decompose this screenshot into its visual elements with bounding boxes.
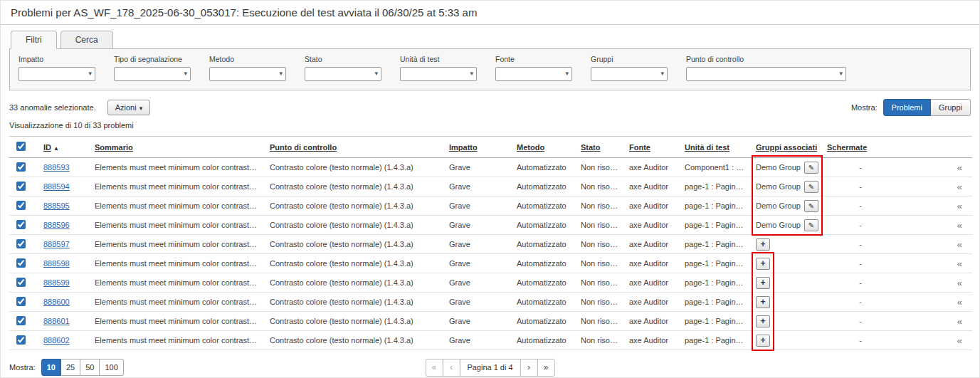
collapse-columns-icon[interactable]: « (957, 239, 962, 250)
column-header-punto-di-controllo[interactable]: Punto di controllo (264, 137, 443, 158)
issue-stato: Non risolto (575, 158, 623, 177)
filter-select-punto-di-controllo[interactable]: ▾ (686, 67, 846, 81)
collapse-columns-icon[interactable]: « (957, 201, 962, 211)
issue-sommario: Elements must meet minimum color contras… (89, 273, 264, 293)
page-size-10-button[interactable]: 10 (41, 359, 61, 376)
add-group-button[interactable]: + (756, 238, 770, 251)
issue-id-link[interactable]: 888594 (43, 182, 70, 191)
issue-stato: Non risolto (575, 216, 623, 235)
issue-sommario: Elements must meet minimum color contras… (89, 254, 264, 273)
collapse-columns-icon[interactable]: « (957, 220, 962, 231)
collapse-columns-icon[interactable]: « (957, 335, 962, 346)
edit-group-button[interactable]: ✎ (804, 219, 818, 231)
collapse-columns-icon[interactable]: « (957, 297, 962, 308)
issue-id-link[interactable]: 888593 (43, 163, 70, 172)
plus-icon: + (760, 335, 765, 345)
issue-id-link[interactable]: 888602 (43, 336, 70, 345)
row-checkbox[interactable] (16, 182, 26, 191)
row-checkbox[interactable] (16, 316, 26, 325)
pencil-icon: ✎ (808, 221, 814, 229)
pencil-icon: ✎ (808, 183, 814, 191)
page-size-50-button[interactable]: 50 (80, 359, 100, 376)
collapse-columns-icon[interactable]: « (957, 278, 962, 288)
tab-filtri[interactable]: Filtri (11, 31, 57, 49)
issue-id-link[interactable]: 888601 (43, 317, 70, 325)
filter-select-impatto[interactable]: ▾ (19, 67, 95, 81)
row-checkbox[interactable] (16, 258, 26, 268)
add-group-button[interactable]: + (756, 277, 770, 289)
actions-button[interactable]: Azioni▾ (107, 100, 151, 115)
collapse-columns-icon[interactable]: « (957, 316, 962, 327)
next-page-button[interactable]: › (520, 359, 538, 377)
row-checkbox[interactable] (16, 297, 26, 306)
issue-id-link[interactable]: 888599 (43, 278, 70, 287)
filter-select-fonte[interactable]: ▾ (495, 67, 572, 81)
edit-group-button[interactable]: ✎ (804, 200, 818, 212)
select-all-checkbox[interactable] (16, 142, 26, 151)
column-header-impatto[interactable]: Impatto (443, 137, 511, 158)
filter-select-gruppi[interactable]: ▾ (591, 67, 668, 81)
column-header-collapse (900, 137, 972, 158)
plus-icon: + (760, 297, 765, 307)
column-header-schermate[interactable]: Schermate (821, 137, 900, 158)
column-header-unita-di-test[interactable]: Unità di test (679, 137, 750, 158)
view-gruppi-button[interactable]: Gruppi (931, 99, 971, 116)
add-group-button[interactable]: + (756, 258, 770, 270)
view-problemi-button[interactable]: Problemi (883, 99, 931, 116)
caret-down-icon: ▾ (470, 70, 473, 77)
selected-count-text: 33 anomalie selezionate. (9, 103, 96, 112)
issue-unita-di-test: page-1 : Pagina 1 (679, 196, 750, 216)
row-checkbox[interactable] (16, 162, 26, 172)
filter-select-tipo-di-segnalazione[interactable]: ▾ (114, 67, 191, 81)
first-page-button[interactable]: « (425, 359, 443, 377)
issue-stato: Non risolto (575, 196, 623, 216)
edit-group-button[interactable]: ✎ (804, 181, 818, 193)
issue-gruppi-cell: ✎ + (750, 254, 821, 273)
filter-label: Impatto (19, 55, 95, 63)
issue-punto-di-controllo: Contrasto colore (testo normale) (1.4.3.… (264, 196, 443, 216)
collapse-columns-icon[interactable]: « (957, 182, 962, 192)
issue-gruppi-cell: Demo Group ✎ + (750, 177, 821, 196)
tab-cerca[interactable]: Cerca (60, 31, 113, 49)
issue-schermate: - (821, 254, 900, 273)
collapse-columns-icon[interactable]: « (957, 258, 962, 269)
add-group-button[interactable]: + (756, 296, 770, 308)
issue-impatto: Grave (443, 312, 511, 331)
row-checkbox[interactable] (16, 278, 26, 287)
column-header-id[interactable]: ID▲ (38, 137, 89, 158)
issue-id-link[interactable]: 888600 (43, 298, 70, 306)
caret-down-icon: ▾ (279, 70, 283, 77)
issue-id-link[interactable]: 888595 (43, 201, 70, 210)
filter-label: Stato (305, 55, 381, 63)
row-checkbox[interactable] (16, 220, 26, 229)
row-checkbox[interactable] (16, 239, 26, 248)
issue-fonte: axe Auditor (623, 216, 679, 235)
sort-asc-icon: ▲ (53, 145, 59, 152)
last-page-button[interactable]: » (537, 359, 555, 377)
row-checkbox[interactable] (16, 335, 26, 345)
add-group-button[interactable]: + (756, 335, 770, 347)
page-size-25-button[interactable]: 25 (61, 359, 80, 376)
column-header-sommario[interactable]: Sommario (89, 137, 264, 158)
filter-select-stato[interactable]: ▾ (305, 67, 381, 81)
row-checkbox[interactable] (16, 201, 26, 210)
filter-select-metodo[interactable]: ▾ (209, 67, 286, 81)
edit-group-button[interactable]: ✎ (804, 162, 818, 174)
issue-id-link[interactable]: 888597 (43, 240, 70, 248)
issue-id-link[interactable]: 888598 (43, 259, 70, 268)
filter-select-unita-di-test[interactable]: ▾ (400, 67, 477, 81)
issue-schermate: - (821, 331, 900, 350)
issue-unita-di-test: page-1 : Pagina 1 (679, 254, 750, 273)
issue-id-link[interactable]: 888596 (43, 221, 70, 229)
prev-page-button[interactable]: ‹ (442, 359, 460, 377)
page-size-100-button[interactable]: 100 (100, 359, 123, 376)
column-header-fonte[interactable]: Fonte (623, 137, 679, 158)
add-group-button[interactable]: + (756, 315, 770, 327)
column-header-stato[interactable]: Stato (575, 137, 623, 158)
collapse-columns-icon[interactable]: « (957, 162, 962, 173)
issue-fonte: axe Auditor (623, 331, 679, 350)
issue-schermate: - (821, 312, 900, 331)
column-header-metodo[interactable]: Metodo (511, 137, 575, 158)
issue-metodo: Automatizzato (511, 177, 575, 196)
column-header-gruppi-associati[interactable]: Gruppi associati (750, 137, 821, 158)
